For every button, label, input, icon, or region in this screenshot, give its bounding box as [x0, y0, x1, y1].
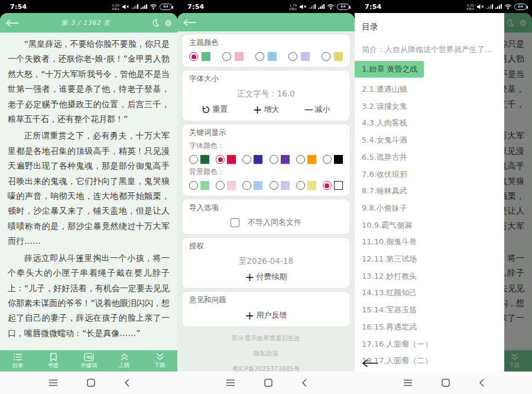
toc-item[interactable]: 18.17.人面瘤（二）	[362, 353, 497, 370]
catalog-icon	[13, 353, 23, 361]
toc-item[interactable]: 3.2.误撞女鬼	[362, 98, 497, 115]
reset-font-button[interactable]: 重置	[202, 104, 228, 115]
renew-button[interactable]: + 付费续期	[189, 272, 343, 282]
toolbar-bookmark-button[interactable]: 书签	[35, 350, 71, 372]
radio-icon[interactable]	[216, 181, 225, 190]
nav-menu-icon[interactable]	[403, 379, 413, 386]
back-arrow-icon[interactable]	[5, 20, 21, 27]
color-option[interactable]	[270, 181, 290, 190]
radio-icon[interactable]	[189, 181, 198, 190]
skip-duplicate-checkbox[interactable]	[231, 218, 239, 227]
toc-item[interactable]: 2.1.遭遇山贼	[362, 81, 497, 98]
toc-item[interactable]: 6.5.诡异古井	[362, 149, 497, 166]
network-speed: 0.20KB/s	[112, 4, 119, 11]
radio-icon[interactable]	[322, 52, 330, 61]
jump-up-icon	[120, 353, 129, 361]
toc-intro-item[interactable]: 简介：人自从降临这个世界就产生了与之相…	[362, 44, 497, 55]
decrease-font-button[interactable]: — 减小	[304, 104, 330, 115]
toc-item[interactable]: 11.10.御鬼斗兽	[362, 234, 497, 251]
nav-back-icon[interactable]	[301, 379, 307, 387]
nav-back-icon[interactable]	[124, 379, 129, 387]
nav-home-icon[interactable]	[264, 379, 273, 387]
increase-font-button[interactable]: + 增大	[253, 104, 280, 115]
night-mode-moon-icon[interactable]	[151, 18, 160, 27]
settings-header	[177, 13, 355, 31]
toc-item[interactable]: 8.7.翰林真武	[362, 183, 497, 200]
nav-home-icon[interactable]	[442, 379, 450, 387]
color-option[interactable]	[242, 181, 262, 190]
radio-icon[interactable]	[323, 155, 332, 164]
wifi-icon	[150, 4, 157, 9]
toolbar-jump-down-button[interactable]: 下跳	[142, 350, 177, 372]
toc-item[interactable]: 13.12.妙打教头	[362, 268, 497, 285]
nav-back-icon[interactable]	[479, 379, 484, 387]
radio-icon[interactable]	[255, 52, 264, 61]
privacy-policy-link[interactable]: 隐私政策	[177, 350, 355, 358]
android-nav-bar	[355, 372, 532, 394]
settings-gear-icon[interactable]: ⚙	[164, 19, 172, 27]
mute-icon	[122, 4, 129, 10]
back-arrow-icon[interactable]	[183, 19, 197, 26]
radio-selected-icon[interactable]	[323, 181, 332, 190]
signal-icon	[309, 4, 316, 9]
toc-item[interactable]: 17.16.人面瘤（一）	[362, 336, 497, 353]
toc-item[interactable]: 7.6.收伏琅邪	[362, 166, 497, 183]
paragraph: 正所谓重赏之下，必有勇夫，十万大军里都是各地召集的顶级高手，精英！只见漫天遍野出…	[8, 128, 170, 248]
user-feedback-button[interactable]: + 用户反馈	[189, 310, 343, 321]
color-option[interactable]	[216, 155, 236, 164]
color-option[interactable]	[323, 155, 343, 164]
icp-number: 粤ICP备2025373685号	[177, 365, 355, 372]
color-option[interactable]	[189, 52, 210, 61]
toc-item[interactable]: 5.4.女鬼斗酒	[362, 132, 497, 149]
radio-selected-icon[interactable]	[189, 52, 198, 61]
color-option[interactable]	[270, 155, 290, 164]
color-option[interactable]	[216, 181, 236, 190]
color-option[interactable]	[222, 52, 244, 61]
toolbar-catalog-button[interactable]: 目录	[0, 350, 35, 372]
color-option[interactable]	[189, 155, 209, 164]
nav-home-icon[interactable]	[87, 379, 95, 387]
nav-menu-icon[interactable]	[226, 379, 235, 386]
radio-icon[interactable]	[296, 155, 305, 164]
color-square	[200, 181, 209, 190]
toc-back-arrow-icon[interactable]	[362, 359, 378, 367]
battery-icon: 64	[337, 4, 349, 10]
keyword-display-card: 关键词显示 字体颜色： 背景颜色：	[181, 124, 351, 196]
keyword-search-icon: A	[84, 353, 94, 361]
color-option[interactable]	[189, 181, 209, 190]
toc-item[interactable]: 16.15.再遇定武	[362, 319, 497, 336]
radio-icon[interactable]	[296, 181, 305, 190]
color-option[interactable]	[242, 155, 262, 164]
checkbox-label: 不导入同名文件	[248, 217, 301, 228]
radio-selected-icon[interactable]	[216, 155, 225, 164]
color-option[interactable]	[288, 52, 310, 61]
color-square	[200, 155, 209, 164]
color-option[interactable]	[255, 52, 277, 61]
font-size-card: 字体大小 正文字号：16.0 重置 + 增大 — 减小	[181, 70, 351, 121]
toolbar-jump-up-button[interactable]: 上跳	[106, 350, 142, 372]
radio-icon[interactable]	[288, 52, 297, 61]
radio-icon[interactable]	[189, 155, 198, 164]
toc-item[interactable]: 10.9.霸气侧漏	[362, 217, 497, 234]
color-option[interactable]	[322, 52, 343, 61]
toc-item[interactable]: 9.8.小偷妹子	[362, 200, 497, 217]
toc-item[interactable]: 15.14.宝器玉笛	[362, 302, 497, 319]
color-option[interactable]	[296, 155, 316, 164]
color-square	[254, 181, 262, 190]
font-color-label: 字体颜色：	[189, 141, 343, 151]
color-option[interactable]	[323, 181, 343, 190]
radio-icon[interactable]	[270, 181, 278, 190]
battery-icon: 64	[514, 4, 527, 10]
color-option[interactable]	[296, 181, 316, 190]
settings-app: 主题颜色 字体大小 正文字号：16.0 重置 + 增大 —	[177, 13, 355, 372]
radio-icon[interactable]	[242, 155, 251, 164]
toolbar-keyword-button[interactable]: A 关键词	[71, 350, 106, 372]
nav-menu-icon[interactable]	[48, 379, 58, 386]
toc-active-item[interactable]: 1.始章 黄昏之战	[355, 61, 424, 77]
toc-item[interactable]: 12.11.第三试场	[362, 251, 497, 268]
radio-icon[interactable]	[270, 155, 278, 164]
radio-icon[interactable]	[222, 52, 231, 61]
radio-icon[interactable]	[242, 181, 251, 190]
toc-item[interactable]: 14.13.红颜知己	[362, 285, 497, 302]
toc-item[interactable]: 4.3.人肉客栈	[362, 115, 497, 132]
